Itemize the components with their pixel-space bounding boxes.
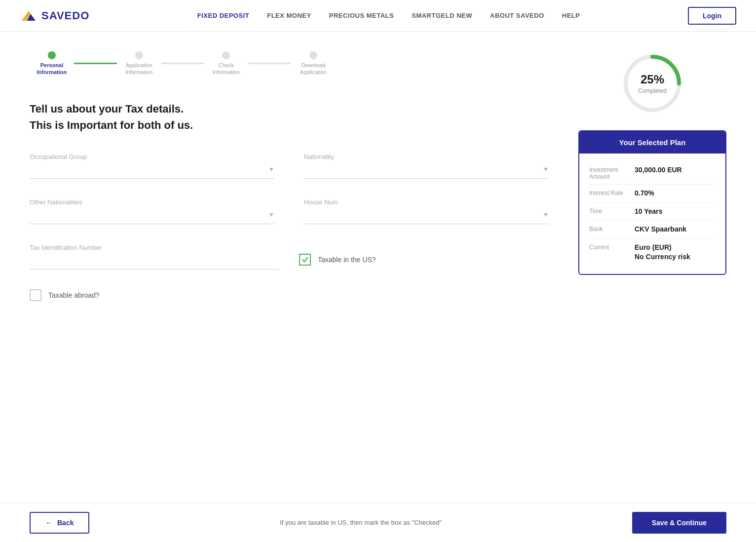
nav-precious-metals[interactable]: PRECIOUS METALS [329,12,394,19]
occupational-group-group: Occupational Group ▼ [30,153,274,179]
logo-text: SAVEDO [41,9,89,22]
plan-bank-val: CKV Spaarbank [635,225,686,234]
plan-time-key: Time [589,207,629,217]
plan-bank-key: Bank [589,225,629,234]
heading-line2: This is Important for both of us. [30,117,549,133]
tax-id-input[interactable] [30,253,279,270]
nationality-label: Nationality [304,153,549,160]
plan-body: Investment Amount 30,000.00 EUR Interest… [579,154,725,274]
save-continue-button[interactable]: Save & Continue [632,512,726,534]
footer-hint: If you are taxable in US, then mark the … [280,519,442,526]
step-2-label: ApplicationInformation [117,62,161,76]
step-line-3 [248,63,291,64]
stepper: PersonalInformation ApplicationInformati… [30,51,336,76]
taxable-us-checkbox[interactable] [299,254,311,266]
back-label: Back [57,519,74,527]
tax-id-group: Tax Identification Number [30,244,279,270]
login-button[interactable]: Login [688,7,736,25]
nav-flex-money[interactable]: FLEX MONEY [267,12,311,19]
taxable-abroad-checkbox[interactable] [30,289,41,301]
taxable-abroad-row: Taxable abroad? [30,289,549,301]
nav-fixed-deposit[interactable]: FIXED DEPOSIT [197,12,249,19]
plan-current-row: Current Euro (EUR)No Currency risk [589,239,716,266]
progress-label: Completed [638,87,667,94]
taxable-us-label: Taxable in the US? [318,256,376,264]
progress-percent: 25% [638,73,667,86]
step-4: DownloadApplication [291,51,336,76]
step-1-label: PersonalInformation [30,62,74,76]
heading-line1: Tell us about your Tax details. [30,101,549,117]
plan-investment-key: Investment Amount [589,165,629,180]
house-num-label: House Num [304,198,549,206]
plan-interest-row: Interest Rate 0.70% [589,185,716,203]
taxable-abroad-label: Taxable abroad? [48,291,100,299]
back-button[interactable]: ← Back [30,512,89,534]
nationality-group: Nationality ▼ [304,153,549,179]
plan-investment-val: 30,000.00 EUR [635,165,682,180]
occupational-group-select[interactable] [30,162,274,179]
plan-current-key: Current [589,243,629,262]
house-num-select[interactable] [304,208,549,224]
occupational-group-label: Occupational Group [30,153,274,160]
other-nationalities-select[interactable] [30,208,274,224]
plan-investment-row: Investment Amount 30,000.00 EUR [589,161,716,185]
nav-help[interactable]: HELP [562,12,580,19]
house-num-group: House Num ▼ [304,198,549,224]
plan-header: Your Selected Plan [579,131,725,154]
step-3: CheckInformation [204,51,248,76]
step-1: PersonalInformation [30,51,74,76]
back-arrow-icon: ← [45,519,52,527]
step-3-label: CheckInformation [204,62,248,76]
step-2-dot [135,51,143,59]
other-nationalities-group: Other Nationalities ▼ [30,198,274,224]
form-row-3: Tax Identification Number Taxable in the… [30,244,549,270]
nav-smartgeld[interactable]: SMARTGELD NEW [412,12,472,19]
tax-id-label: Tax Identification Number [30,244,279,251]
step-3-dot [222,51,230,59]
step-1-dot [48,51,56,59]
step-line-1 [74,63,117,64]
form-row-2: Other Nationalities ▼ House Num ▼ [30,198,549,224]
plan-card: Your Selected Plan Investment Amount 30,… [578,130,726,275]
footer: ← Back If you are taxable in US, then ma… [0,503,756,542]
step-4-label: DownloadApplication [291,62,336,76]
plan-current-val: Euro (EUR)No Currency risk [635,243,690,262]
step-4-dot [309,51,317,59]
plan-interest-val: 0.70% [635,189,654,198]
progress-circle: 25% Completed [620,51,684,116]
nationality-select[interactable] [304,162,549,179]
other-nationalities-label: Other Nationalities [30,198,274,206]
logo[interactable]: SAVEDO [20,7,89,25]
plan-bank-row: Bank CKV Spaarbank [589,221,716,239]
step-line-2 [161,63,204,64]
nav-about[interactable]: ABOUT SAVEDO [490,12,544,19]
plan-interest-key: Interest Rate [589,189,629,198]
heading: Tell us about your Tax details. This is … [30,101,549,133]
plan-time-val: 10 Years [635,207,663,217]
step-2: ApplicationInformation [117,51,161,76]
plan-time-row: Time 10 Years [589,203,716,221]
form-row-1: Occupational Group ▼ Nationality ▼ [30,153,549,179]
nav-links: FIXED DEPOSIT FLEX MONEY PRECIOUS METALS… [197,12,580,19]
